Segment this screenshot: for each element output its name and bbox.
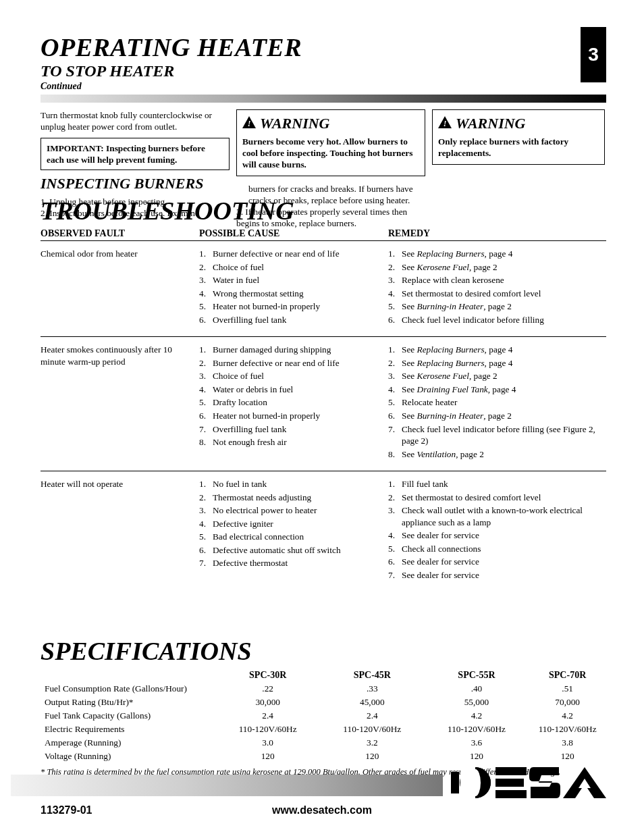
spec-row-value: 55,000 — [425, 696, 529, 709]
warning-box-2: ! WARNING Only replace burners with fact… — [432, 109, 605, 165]
spec-header-model: SPC-30R — [215, 669, 320, 682]
spec-row-value: 2.4 — [320, 709, 425, 723]
spec-row: Fuel Consumption Rate (Gallons/Hour).22.… — [41, 682, 606, 696]
gradient-divider-bottom — [11, 775, 443, 796]
spec-row-value: 120 — [320, 750, 425, 763]
spec-row-label: Voltage (Running) — [41, 750, 215, 763]
website-link[interactable]: www.desatech.com — [0, 804, 644, 816]
spec-header-model: SPC-55R — [425, 669, 529, 682]
ts-remedy-item: 4.Set thermostat to desired comfort leve… — [388, 288, 606, 300]
spec-row-value: 3.6 — [425, 736, 529, 750]
spec-header-model: SPC-45R — [320, 669, 425, 682]
spec-row-value: 3.2 — [320, 736, 425, 750]
gradient-divider-top — [41, 95, 606, 103]
spec-row-value: 110-120V/60Hz — [320, 723, 425, 736]
important-box: IMPORTANT: Inspecting burners before eac… — [41, 138, 230, 170]
spec-row-value: 120 — [425, 750, 529, 763]
troubleshooting-heading: TROUBLESHOOTING — [41, 196, 294, 226]
inspecting-burners-heading: INSPECTING BURNERS — [41, 176, 230, 192]
column-3: ! WARNING Only replace burners with fact… — [432, 109, 605, 172]
ts-cause-item: 2.Thermostat needs adjusting — [199, 492, 381, 504]
ts-cause-item: 1.No fuel in tank — [199, 478, 381, 490]
spec-row-label: Fuel Consumption Rate (Gallons/Hour) — [41, 682, 215, 696]
ts-cause-item: 3.No electrical power to heater — [199, 504, 381, 517]
ts-remedy-item: 5.Relocate heater — [388, 396, 606, 409]
warning-2-body: Only replace burners with factory replac… — [438, 136, 599, 159]
spec-row-value: 4.2 — [425, 709, 529, 723]
spec-row-label: Amperage (Running) — [41, 736, 215, 750]
svg-rect-12 — [495, 790, 527, 798]
ts-cause-item: 3.Water in fuel — [199, 274, 381, 286]
spec-row-label: Electric Requirements — [41, 723, 215, 736]
ts-header-remedy: REMEDY — [388, 228, 606, 239]
ts-cause-item: 1.Burner damaged during shipping — [199, 344, 381, 356]
ts-remedy-item: 1.Fill fuel tank — [388, 478, 606, 490]
spec-header-model: SPC-70R — [529, 669, 606, 682]
specifications-table: SPC-30R SPC-45R SPC-55R SPC-70R Fuel Con… — [41, 669, 606, 777]
spec-row-value: 45,000 — [320, 696, 425, 709]
ts-remedy-item: 5.See Burning-in Heater, page 2 — [388, 301, 606, 313]
warning-1-label: WARNING — [260, 114, 330, 133]
ts-cause-list: 1.Burner defective or near end of life2.… — [199, 248, 388, 327]
spec-row-value: .40 — [425, 682, 529, 696]
svg-rect-11 — [495, 779, 524, 787]
ts-cause-item: 1.Burner defective or near end of life — [199, 248, 381, 260]
warning-box-1: ! WARNING Burners become very hot. Allow… — [236, 109, 425, 176]
spec-row-value: 110-120V/60Hz — [425, 723, 529, 736]
spec-row: Electric Requirements110-120V/60Hz110-12… — [41, 723, 606, 736]
spec-row-value: .22 — [215, 682, 320, 696]
ts-cause-item: 6.Overfilling fuel tank — [199, 314, 381, 326]
svg-rect-10 — [495, 767, 527, 775]
svg-text:!: ! — [444, 119, 447, 128]
ts-observed-fault: Heater smokes continuously after 10 minu… — [41, 344, 199, 461]
ts-cause-item: 6.Defective automatic shut off switch — [199, 544, 381, 556]
ts-header-row: OBSERVED FAULT POSSIBLE CAUSE REMEDY — [41, 228, 606, 239]
ts-cause-list: 1.No fuel in tank2.Thermostat needs adju… — [199, 478, 388, 582]
ts-cause-item: 2.Burner defective or near end of life — [199, 357, 381, 369]
spec-row-value: 110-120V/60Hz — [529, 723, 606, 736]
continued-label: Continued — [41, 81, 82, 92]
spec-row-value: 120 — [529, 750, 606, 763]
desa-logo — [451, 765, 606, 803]
ts-cause-item: 6.Heater not burned-in properly — [199, 410, 381, 422]
ts-remedy-item: 2.See Kerosene Fuel, page 2 — [388, 261, 606, 273]
page-number-top: 3 — [581, 27, 606, 82]
warning-triangle-icon: ! — [438, 114, 452, 133]
ts-remedy-item: 6.Check fuel level indicator before fill… — [388, 314, 606, 326]
spec-row-value: 120 — [215, 750, 320, 763]
ts-observed-fault: Heater will not operate — [41, 478, 199, 582]
spec-row: Output Rating (Btu/Hr)*30,00045,00055,00… — [41, 696, 606, 709]
spec-row-value: .33 — [320, 682, 425, 696]
ts-header-cause: POSSIBLE CAUSE — [199, 228, 388, 239]
spec-row-value: .51 — [529, 682, 606, 696]
ts-cause-item: 4.Water or debris in fuel — [199, 384, 381, 396]
spec-row-label: Output Rating (Btu/Hr)* — [41, 696, 215, 709]
ts-row: Heater will not operate1.No fuel in tank… — [41, 471, 606, 592]
ts-remedy-item: 6.See Burning-in Heater, page 2 — [388, 410, 606, 422]
spec-row: Voltage (Running)120120120120 — [41, 750, 606, 763]
ts-remedy-item: 8.See Ventilation, page 2 — [388, 448, 606, 461]
ts-remedy-item: 4.See Draining Fuel Tank, page 4 — [388, 384, 606, 396]
ts-cause-item: 8.Not enough fresh air — [199, 436, 381, 448]
spec-row-value: 4.2 — [529, 709, 606, 723]
spec-row: Fuel Tank Capacity (Gallons)2.42.44.24.2 — [41, 709, 606, 723]
spec-row-value: 3.0 — [215, 736, 320, 750]
ts-cause-item: 7.Defective thermostat — [199, 557, 381, 569]
ts-remedy-item: 4.See dealer for service — [388, 529, 606, 542]
ts-remedy-item: 7.Check fuel level indicator before fill… — [388, 423, 606, 447]
ts-remedy-item: 1.See Replacing Burners, page 4 — [388, 344, 606, 356]
ts-cause-list: 1.Burner damaged during shipping2.Burner… — [199, 344, 388, 461]
ts-remedy-list: 1.See Replacing Burners, page 42.See Rep… — [388, 344, 606, 461]
ts-cause-item: 4.Defective igniter — [199, 518, 381, 530]
ts-remedy-item: 7.See dealer for service — [388, 569, 606, 581]
ts-remedy-item: 3.Check wall outlet with a known-to-work… — [388, 504, 606, 528]
ts-remedy-item: 5.Check all connections — [388, 543, 606, 555]
ts-cause-item: 5.Heater not burned-in properly — [199, 301, 381, 313]
svg-rect-4 — [451, 772, 459, 793]
ts-remedy-item: 2.Set thermostat to desired comfort leve… — [388, 492, 606, 504]
ts-row: Heater smokes continuously after 10 minu… — [41, 336, 606, 471]
ts-observed-fault: Chemical odor from heater — [41, 248, 199, 327]
spec-header-row: SPC-30R SPC-45R SPC-55R SPC-70R — [41, 669, 606, 682]
specifications-heading: SPECIFICATIONS — [41, 636, 252, 666]
ts-cause-item: 7.Overfilling fuel tank — [199, 423, 381, 436]
